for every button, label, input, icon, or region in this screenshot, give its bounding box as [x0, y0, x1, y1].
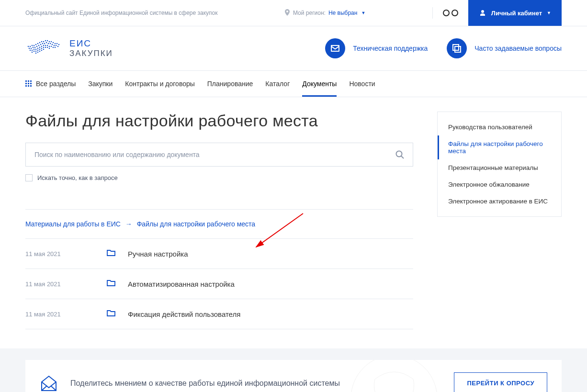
svg-rect-64 [453, 45, 459, 50]
arrow-right-icon: → [125, 220, 132, 228]
svg-point-16 [55, 43, 56, 44]
survey-button[interactable]: ПЕРЕЙТИ К ОПРОСУ [454, 372, 547, 392]
nav-item-planning[interactable]: Планирование [207, 71, 253, 97]
sidebar-item-presentations[interactable]: Презентационные материалы [438, 159, 561, 176]
nav-all-sections[interactable]: Все разделы [25, 71, 76, 97]
breadcrumb: Материалы для работы в ЕИС → Файлы для н… [25, 209, 413, 238]
svg-rect-70 [28, 83, 29, 84]
exact-search-label: Искать точно, как в запросе [37, 174, 118, 181]
breadcrumb-root[interactable]: Материалы для работы в ЕИС [25, 220, 121, 228]
survey-card: Поделитесь мнением о качестве работы еди… [25, 360, 562, 392]
sidebar-item-setup-files[interactable]: Файлы для настройки рабочего места [438, 135, 561, 159]
search-icon[interactable] [395, 150, 404, 159]
svg-point-37 [34, 49, 34, 50]
svg-point-43 [45, 45, 46, 46]
svg-point-34 [57, 46, 58, 47]
search-box[interactable] [25, 143, 413, 167]
lk-label: Личный кабинет [491, 10, 542, 17]
file-row[interactable]: 11 мая 2021 Ручная настройка [25, 238, 413, 269]
breadcrumb-current[interactable]: Файлы для настройки рабочего места [137, 220, 255, 228]
svg-point-22 [34, 47, 35, 48]
svg-point-75 [396, 151, 402, 157]
main-content: Файлы для настройки рабочего места Искат… [25, 112, 413, 329]
file-title[interactable]: Ручная настройка [128, 250, 188, 258]
svg-rect-71 [30, 83, 32, 84]
svg-point-39 [37, 48, 38, 49]
svg-point-26 [42, 43, 43, 44]
faq-label: Часто задаваемые вопросы [474, 45, 562, 52]
svg-point-52 [37, 50, 38, 51]
svg-point-11 [45, 40, 46, 41]
nav-item-catalog[interactable]: Каталог [265, 71, 290, 97]
svg-point-61 [39, 51, 40, 52]
svg-point-57 [47, 47, 48, 48]
svg-point-31 [52, 44, 53, 45]
svg-point-27 [44, 43, 45, 44]
region-selector[interactable]: Мой регион: Не выбран ▼ [218, 9, 432, 17]
exact-search-checkbox[interactable] [25, 174, 33, 181]
sidebar-item-guides[interactable]: Руководства пользователей [438, 119, 561, 135]
svg-point-1 [452, 10, 458, 16]
search-input[interactable] [34, 151, 395, 158]
svg-point-9 [41, 41, 42, 42]
svg-rect-74 [30, 85, 32, 87]
faq-link[interactable]: Часто задаваемые вопросы [447, 38, 562, 58]
main-nav: Все разделы Закупки Контракты и договоры… [0, 71, 587, 97]
svg-line-76 [401, 156, 404, 158]
file-date: 11 мая 2021 [25, 250, 107, 258]
sidebar: Руководства пользователей Файлы для наст… [437, 112, 562, 329]
nav-item-news[interactable]: Новости [349, 71, 375, 97]
svg-point-24 [38, 45, 39, 46]
svg-point-50 [34, 51, 34, 52]
svg-point-28 [46, 42, 47, 43]
nav-item-purchases[interactable]: Закупки [88, 71, 113, 97]
svg-point-63 [43, 49, 44, 50]
svg-rect-66 [25, 80, 27, 82]
logo[interactable]: ЕИС ЗАКУПКИ [25, 37, 113, 60]
sidebar-item-appeals[interactable]: Электронное обжалование [438, 176, 561, 193]
svg-point-78 [351, 360, 437, 392]
faq-icon [447, 38, 467, 58]
svg-point-54 [41, 48, 42, 49]
svg-point-33 [56, 45, 56, 46]
personal-cabinet-button[interactable]: Личный кабинет ▼ [468, 0, 562, 26]
svg-point-25 [40, 44, 41, 45]
svg-point-47 [53, 47, 54, 48]
svg-point-46 [51, 46, 52, 47]
file-row[interactable]: 11 мая 2021 Автоматизированная настройка [25, 269, 413, 299]
pin-icon [284, 9, 290, 17]
support-label: Техническая поддержка [353, 45, 428, 52]
svg-point-6 [35, 44, 36, 45]
region-value[interactable]: Не выбран [328, 10, 358, 16]
svg-rect-69 [25, 83, 27, 84]
file-title[interactable]: Автоматизированная настройка [128, 280, 235, 288]
svg-point-30 [50, 43, 51, 44]
folder-icon [107, 249, 128, 258]
logo-text-top: ЕИС [69, 38, 113, 49]
logo-text-bottom: ЗАКУПКИ [69, 49, 113, 58]
svg-point-8 [39, 42, 40, 43]
accessibility-icon[interactable] [442, 9, 459, 17]
svg-point-13 [49, 41, 50, 42]
nav-item-contracts[interactable]: Контракты и договоры [125, 71, 194, 97]
svg-point-2 [28, 46, 29, 47]
svg-point-44 [47, 45, 48, 46]
file-row[interactable]: 11 мая 2021 Фиксация действий пользовате… [25, 299, 413, 329]
svg-point-17 [56, 43, 57, 44]
svg-point-40 [39, 47, 40, 48]
nav-item-documents[interactable]: Документы [302, 71, 337, 97]
svg-rect-73 [28, 85, 29, 87]
svg-rect-72 [25, 85, 27, 87]
folder-icon [107, 310, 128, 318]
envelope-open-icon [40, 374, 58, 392]
file-title[interactable]: Фиксация действий пользователя [128, 310, 240, 318]
svg-point-12 [47, 40, 48, 41]
svg-point-36 [32, 50, 33, 51]
svg-point-18 [58, 44, 59, 45]
sidebar-item-electronic-acting[interactable]: Электронное актирование в ЕИС [438, 193, 561, 210]
mail-icon [325, 38, 345, 58]
svg-point-58 [49, 48, 50, 49]
nav-all-label: Все разделы [36, 80, 76, 88]
file-date: 11 мая 2021 [25, 311, 107, 318]
support-link[interactable]: Техническая поддержка [325, 38, 428, 58]
